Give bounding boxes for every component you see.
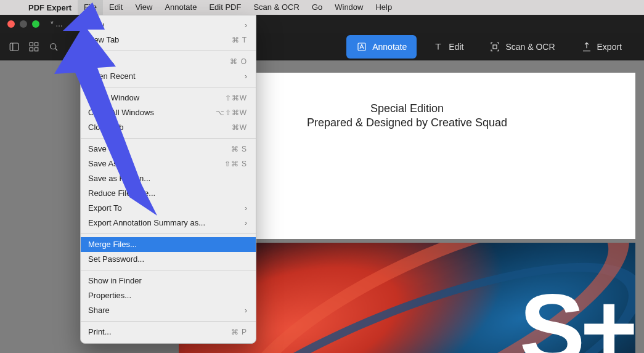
menu-item-reduce-file-size[interactable]: Reduce File Size... (81, 186, 256, 201)
menu-item-label: New Tab (88, 34, 119, 46)
menu-edit[interactable]: Edit (103, 0, 129, 15)
menu-item-label: Save As... (88, 158, 124, 169)
menu-item-label: Open... (88, 56, 115, 67)
export-button[interactable]: Export (571, 35, 632, 59)
svg-rect-5 (35, 47, 38, 51)
menu-item-save-as-flatten[interactable]: Save as Flatten... (81, 171, 256, 186)
chevron-right-icon: › (245, 71, 247, 82)
svg-point-6 (51, 43, 56, 49)
menu-item-new[interactable]: New› (81, 18, 256, 33)
chevron-right-icon: › (245, 203, 247, 214)
menu-item-shortcut: ⌘ P (231, 327, 247, 338)
svg-rect-0 (10, 43, 18, 51)
menu-item-export-annotation-summary-as[interactable]: Export Annotation Summary as...› (81, 216, 256, 230)
menu-item-shortcut: ⌥⇧⌘W (216, 107, 247, 118)
menu-file[interactable]: File (78, 0, 103, 15)
menu-item-open[interactable]: Open...⌘ O (81, 54, 256, 69)
menu-scan-ocr[interactable]: Scan & OCR (247, 0, 305, 15)
menu-item-shortcut: ⌘ T (232, 34, 247, 46)
menu-item-label: Close Tab (88, 122, 124, 133)
svg-rect-4 (30, 47, 33, 51)
export-label: Export (597, 42, 622, 52)
svg-rect-2 (30, 43, 33, 46)
chevron-right-icon: › (245, 305, 247, 316)
sidebar-toggle-icon[interactable] (9, 41, 20, 52)
menu-item-label: Export Annotation Summary as... (88, 217, 205, 229)
menu-item-close-all-windows[interactable]: Close All Windows⌥⇧⌘W (81, 105, 256, 120)
menu-item-shortcut: ⌘ O (230, 56, 247, 67)
search-icon[interactable] (48, 41, 59, 52)
menu-item-label: Export To (88, 203, 122, 214)
menu-item-label: Show in Finder (88, 275, 142, 286)
menu-item-label: Set Password... (88, 254, 144, 265)
menu-item-properties[interactable]: Properties... (81, 288, 256, 303)
svg-line-7 (55, 48, 57, 50)
mode-edit-button[interactable]: Edit (423, 35, 473, 59)
window-controls (0, 20, 39, 28)
menu-item-label: Save (88, 144, 107, 155)
chevron-right-icon: › (245, 20, 247, 31)
menu-item-export-to[interactable]: Export To› (81, 201, 256, 216)
menu-item-label: New (88, 20, 104, 31)
menu-help[interactable]: Help (369, 0, 398, 15)
tab-title: * … (51, 20, 63, 28)
menu-item-shortcut: ⌘ S (231, 144, 247, 155)
svg-rect-9 (493, 45, 497, 49)
menu-view[interactable]: View (129, 0, 158, 15)
app-name[interactable]: PDF Expert (22, 3, 78, 12)
close-window-icon[interactable] (7, 20, 15, 28)
menu-item-shortcut: ⇧⌘ S (224, 158, 247, 169)
mode-annotate-label: Annotate (372, 42, 407, 52)
menu-go[interactable]: Go (306, 0, 328, 15)
menu-item-print[interactable]: Print...⌘ P (81, 325, 256, 339)
menu-item-label: Print... (88, 327, 112, 338)
menu-window[interactable]: Window (328, 0, 369, 15)
menu-item-new-tab[interactable]: New Tab⌘ T (81, 33, 256, 47)
zoom-window-icon[interactable] (32, 20, 39, 28)
document-tab[interactable]: * … (51, 20, 63, 28)
thumbnails-icon[interactable] (28, 41, 39, 52)
file-menu-dropdown: New›New Tab⌘ TOpen...⌘ OOpen Recent›Clos… (80, 15, 256, 344)
menu-item-save-as[interactable]: Save As...⇧⌘ S (81, 156, 256, 171)
system-menubar: PDF Expert File Edit View Annotate Edit … (0, 0, 644, 15)
menu-item-label: Share (88, 305, 110, 316)
svg-rect-3 (35, 43, 38, 46)
menu-item-label: Close All Windows (88, 107, 154, 118)
mode-scan-ocr-label: Scan & OCR (505, 42, 555, 52)
menu-item-shortcut: ⇧⌘W (225, 92, 247, 103)
menu-item-shortcut: ⌘W (232, 122, 247, 133)
page-text-line-1: Special Edition (370, 102, 444, 115)
menu-item-share[interactable]: Share› (81, 303, 256, 318)
menu-item-label: Merge Files... (88, 239, 137, 250)
menu-edit-pdf[interactable]: Edit PDF (203, 0, 247, 15)
chevron-right-icon: › (245, 217, 247, 229)
menu-item-close-tab[interactable]: Close Tab⌘W (81, 120, 256, 135)
mode-edit-label: Edit (449, 42, 463, 52)
menu-item-merge-files[interactable]: Merge Files... (81, 237, 256, 252)
menu-item-label: Open Recent (88, 71, 136, 82)
mode-scan-ocr-button[interactable]: Scan & OCR (479, 35, 565, 59)
menu-item-save[interactable]: Save⌘ S (81, 142, 256, 156)
menu-item-set-password[interactable]: Set Password... (81, 252, 256, 267)
menu-item-label: Save as Flatten... (88, 173, 150, 184)
mode-annotate-button[interactable]: Annotate (346, 35, 417, 59)
menu-item-show-in-finder[interactable]: Show in Finder (81, 274, 256, 288)
menu-item-label: Properties... (88, 290, 131, 301)
menu-item-open-recent[interactable]: Open Recent› (81, 69, 256, 84)
menu-item-close-window[interactable]: Close Window⇧⌘W (81, 91, 256, 105)
menu-annotate[interactable]: Annotate (158, 0, 203, 15)
menu-item-label: Reduce File Size... (88, 188, 155, 199)
menu-item-label: Close Window (88, 92, 139, 103)
minimize-window-icon[interactable] (20, 20, 27, 28)
page-text-line-2: Prepared & Designed by Creative Squad (307, 116, 507, 129)
